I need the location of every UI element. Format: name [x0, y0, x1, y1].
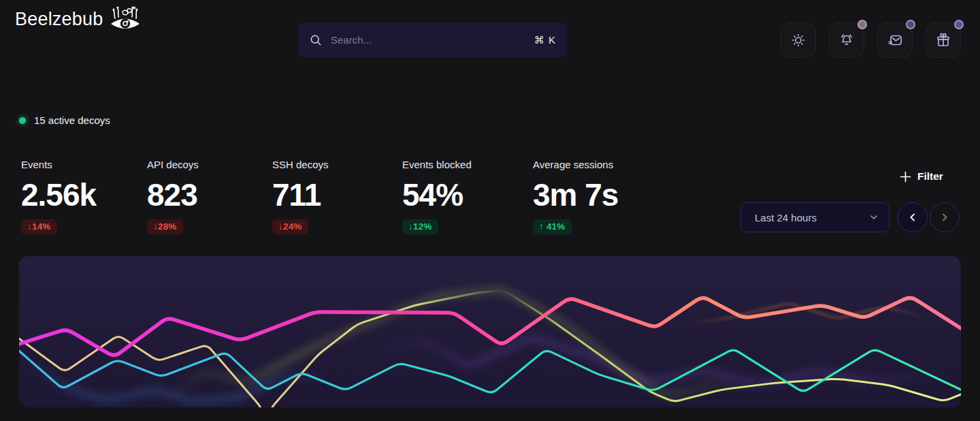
stat-value: 3m 7s	[533, 178, 618, 212]
gift-icon	[935, 32, 951, 48]
search-input[interactable]	[331, 34, 534, 46]
stat-delta-badge: ↓12%	[402, 219, 438, 234]
fly-eye-icon	[109, 5, 142, 34]
ghost-olive-echo	[157, 290, 762, 407]
stat-label: SSH decoys	[272, 159, 329, 170]
active-decoys-status: 15 active decoys	[19, 114, 110, 126]
stat-label: Average sessions	[533, 159, 618, 170]
stat-events: Events 2.56k ↓14%	[21, 159, 96, 234]
dashboard-page: Beelzebub ⌘ K	[0, 0, 980, 421]
status-label: 15 active decoys	[34, 114, 110, 126]
stat-value: 823	[147, 178, 199, 212]
mail-icon	[887, 32, 903, 48]
theme-toggle-button[interactable]	[781, 22, 816, 58]
events-chart-panel[interactable]	[19, 256, 961, 407]
stat-delta-badge: ↓24%	[272, 219, 308, 234]
search-bar[interactable]: ⌘ K	[298, 22, 567, 57]
search-shortcut: ⌘ K	[534, 34, 556, 46]
time-range-value: Last 24 hours	[755, 212, 817, 223]
chevron-down-icon	[868, 212, 879, 223]
gifts-badge	[954, 20, 964, 29]
plus-icon	[900, 171, 911, 183]
filter-button[interactable]: Filter	[900, 170, 943, 183]
stat-value: 2.56k	[21, 178, 96, 212]
stat-value: 54%	[402, 178, 472, 212]
stat-label: Events blocked	[402, 159, 472, 170]
stat-api-decoys: API decoys 823 ↓28%	[147, 159, 199, 234]
stat-label: API decoys	[147, 159, 199, 170]
stat-delta-badge: ↓14%	[21, 219, 57, 234]
messages-badge	[906, 20, 915, 29]
chevron-left-icon	[908, 213, 917, 222]
status-dot	[19, 117, 26, 124]
stat-delta-badge: ↑ 41%	[533, 219, 572, 234]
chevron-right-icon	[940, 213, 949, 222]
header-actions	[781, 22, 961, 58]
stat-label: Events	[21, 159, 96, 170]
gifts-button[interactable]	[926, 22, 961, 58]
stat-delta-badge: ↓28%	[147, 219, 183, 234]
time-range-select[interactable]: Last 24 hours	[740, 202, 889, 232]
bell-icon	[838, 32, 855, 48]
magenta-line	[19, 298, 961, 355]
next-range-button[interactable]	[930, 202, 960, 232]
brand-title: Beelzebub	[15, 9, 103, 30]
prev-range-button[interactable]	[898, 202, 928, 232]
notification-badge	[858, 20, 867, 29]
stat-value: 711	[272, 178, 329, 212]
ghost-purple-echo	[368, 339, 961, 384]
stat-events-blocked: Events blocked 54% ↓12%	[402, 159, 472, 234]
sun-icon	[790, 32, 806, 48]
messages-button[interactable]	[877, 22, 913, 58]
filter-label: Filter	[917, 170, 943, 183]
notifications-button[interactable]	[829, 22, 864, 58]
stat-average-sessions: Average sessions 3m 7s ↑ 41%	[533, 159, 618, 234]
stat-ssh-decoys: SSH decoys 711 ↓24%	[272, 159, 329, 234]
line-chart	[19, 256, 961, 407]
search-icon	[309, 33, 323, 47]
